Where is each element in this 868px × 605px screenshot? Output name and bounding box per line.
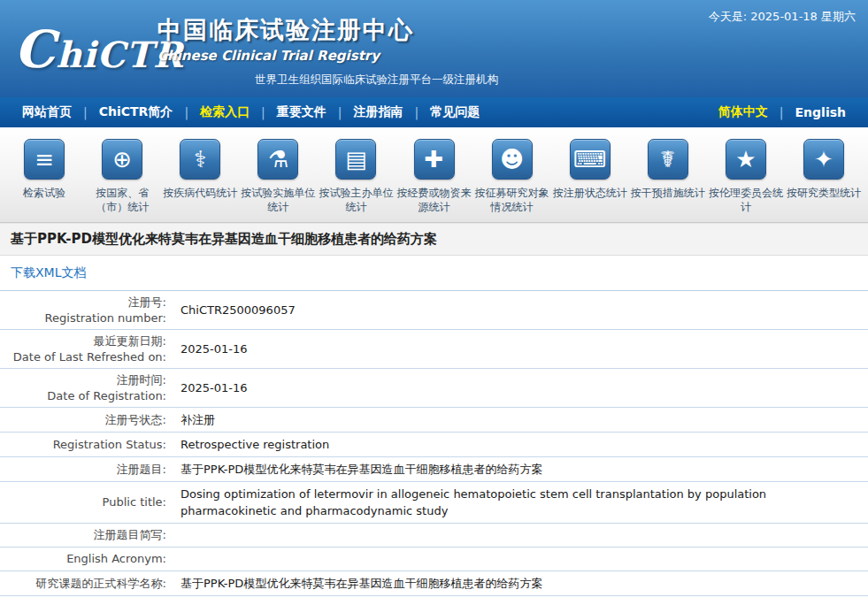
row-value [177, 532, 868, 539]
row-label-en: English Acronym: [4, 551, 166, 567]
row-label: 研究课题的正式科学名称: [0, 572, 177, 595]
table-row: Public title:Dosing optimization of lete… [0, 482, 868, 524]
icon-bar-item-label: 按疾病代码统计 [161, 186, 239, 200]
icon-bar-item[interactable]: ≡检索试验 [5, 139, 83, 214]
table-row: 注册号状态:补注册 [0, 408, 868, 433]
icon-bar-item[interactable]: ☻按征募研究对象情况统计 [473, 139, 551, 214]
nav-item-home[interactable]: 网站首页 [11, 104, 83, 120]
row-label-zh: 最近更新日期: [4, 333, 166, 349]
row-value [177, 555, 868, 563]
row-value: 补注册 [177, 408, 868, 432]
row-label-zh: 注册号状态: [4, 412, 166, 428]
icon-bar-item-label: 按伦理委员会统计 [707, 186, 785, 214]
people-icon: ☻ [492, 139, 533, 180]
row-label: 注册时间:Date of Registration: [0, 369, 177, 407]
icon-bar: ≡检索试验⊕按国家、省（市）统计⚕按疾病代码统计⚗按试验实施单位统计▤按试验主办… [0, 127, 868, 223]
icon-bar-item-label: 按研究类型统计 [785, 186, 863, 200]
nav-item-about[interactable]: ChiCTR简介 [88, 104, 185, 120]
flask-icon: ⚗ [257, 139, 298, 180]
table-row: 注册时间:Date of Registration:2025-01-16 [0, 369, 868, 408]
lang-english[interactable]: English [784, 105, 857, 119]
row-label: 注册号:Registration number: [0, 291, 177, 329]
icon-bar-item[interactable]: ✦按研究类型统计 [785, 139, 863, 214]
nav-item-guide[interactable]: 注册指南 [342, 104, 415, 120]
keyboard-icon: ⌨ [570, 139, 611, 180]
site-subtitle: 世界卫生组织国际临床试验注册平台一级注册机构 [255, 73, 498, 88]
lang-simplified-chinese[interactable]: 简体中文 [707, 104, 780, 120]
globe-icon: ⊕ [102, 139, 142, 180]
row-label: Registration Status: [0, 433, 177, 456]
icon-bar-item[interactable]: ▤按试验主办单位统计 [317, 139, 395, 214]
table-row: 注册题目简写: [0, 524, 868, 548]
lang-switch: 简体中文|English [707, 97, 857, 127]
row-value: 2025-01-16 [177, 376, 868, 400]
icon-bar-item[interactable]: ✚按经费或物资来源统计 [395, 139, 472, 214]
row-value: Retrospective registration [177, 433, 868, 456]
table-row: 最近更新日期:Date of Last Refreshed on:2025-01… [0, 330, 868, 369]
site-title-english: Chinese Clinical Trial Registry [157, 48, 414, 64]
row-value: Dosing optimization of letermovir in all… [177, 482, 868, 523]
row-value: ChiCTR2500096057 [177, 298, 868, 322]
table-row: 注册号:Registration number:ChiCTR2500096057 [0, 291, 868, 330]
row-value: 基于PPK-PD模型优化来特莫韦在异基因造血干细胞移植患者的给药方案 [177, 457, 868, 481]
row-label-zh: 注册号: [4, 295, 166, 310]
star-icon: ★ [726, 139, 766, 180]
site-titles: 中国临床试验注册中心 Chinese Clinical Trial Regist… [157, 14, 414, 64]
icon-bar-item-label: 按注册状态统计 [551, 186, 629, 200]
row-label-en: Registration number: [4, 310, 166, 326]
row-label: 最近更新日期:Date of Last Refreshed on: [0, 330, 177, 368]
icon-bar-item[interactable]: ⚕按疾病代码统计 [161, 139, 239, 214]
icon-bar-item-label: 按征募研究对象情况统计 [473, 186, 551, 214]
row-label-zh: 研究课题的正式科学名称: [4, 576, 166, 592]
icon-bar-item-label: 按试验主办单位统计 [317, 186, 395, 214]
row-label: Public title: [0, 491, 177, 514]
site-title-chinese: 中国临床试验注册中心 [157, 14, 414, 46]
row-label-en: Date of Registration: [4, 388, 166, 404]
row-label-zh: 注册题目简写: [4, 527, 166, 543]
icon-bar-item-label: 检索试验 [5, 186, 83, 200]
today-date: 今天是: 2025-01-18 星期六 [709, 9, 856, 25]
search-trials-icon: ≡ [24, 139, 65, 180]
row-label-zh: 注册时间: [4, 372, 166, 388]
download-xml-link[interactable]: 下载XML文档 [11, 265, 86, 280]
row-label-en: Date of Last Refreshed on: [4, 349, 166, 365]
doctor-icon: ☤ [648, 139, 688, 180]
xml-download-row: 下载XML文档 [0, 256, 868, 291]
main-nav: 网站首页|ChiCTR简介|检索入口|重要文件|注册指南|常见问题 简体中文|E… [0, 97, 868, 127]
clipboard-icon: ▤ [335, 139, 376, 180]
nav-item-documents[interactable]: 重要文件 [265, 104, 338, 120]
nav-item-search[interactable]: 检索入口 [188, 104, 261, 120]
icon-bar-item[interactable]: ☤按干预措施统计 [629, 139, 707, 214]
dna-icon: ⚕ [180, 139, 220, 180]
row-label: English Acronym: [0, 548, 177, 571]
table-row: 注册题目:基于PPK-PD模型优化来特莫韦在异基因造血干细胞移植患者的给药方案 [0, 457, 868, 482]
detail-table: 注册号:Registration number:ChiCTR2500096057… [0, 291, 868, 596]
icon-bar-item-label: 按经费或物资来源统计 [395, 186, 472, 214]
icon-bar-item[interactable]: ⌨按注册状态统计 [551, 139, 629, 214]
icon-bar-item-label: 按试验实施单位统计 [239, 186, 317, 214]
sparkle-icon: ✦ [803, 139, 844, 180]
medical-kit-icon: ✚ [414, 139, 455, 180]
page-title: 基于PPK-PD模型优化来特莫韦在异基因造血干细胞移植患者的给药方案 [0, 223, 868, 256]
row-label-en: Registration Status: [4, 437, 166, 453]
table-row: Registration Status:Retrospective regist… [0, 433, 868, 457]
icon-bar-item[interactable]: ⚗按试验实施单位统计 [239, 139, 317, 214]
icon-bar-item-label: 按国家、省（市）统计 [83, 186, 161, 214]
row-label: 注册号状态: [0, 409, 177, 432]
row-label: 注册题目: [0, 458, 177, 481]
main-nav-items: 网站首页|ChiCTR简介|检索入口|重要文件|注册指南|常见问题 [11, 104, 491, 120]
row-value: 2025-01-16 [177, 337, 868, 361]
row-label: 注册题目简写: [0, 524, 177, 547]
table-row: 研究课题的正式科学名称:基于PPK-PD模型优化来特莫韦在异基因造血干细胞移植患… [0, 571, 868, 596]
row-label-en: Public title: [4, 494, 166, 510]
icon-bar-item[interactable]: ★按伦理委员会统计 [707, 139, 785, 214]
nav-item-faq[interactable]: 常见问题 [419, 104, 491, 120]
icon-bar-item[interactable]: ⊕按国家、省（市）统计 [83, 139, 161, 214]
row-label-zh: 注册题目: [4, 462, 166, 478]
icon-bar-item-label: 按干预措施统计 [629, 186, 707, 200]
site-header: 今天是: 2025-01-18 星期六 ChiCTR 中国临床试验注册中心 Ch… [0, 0, 868, 97]
table-row: English Acronym: [0, 548, 868, 571]
row-value: 基于PPK-PD模型优化来特莫韦在异基因造血干细胞移植患者的给药方案 [177, 571, 868, 595]
